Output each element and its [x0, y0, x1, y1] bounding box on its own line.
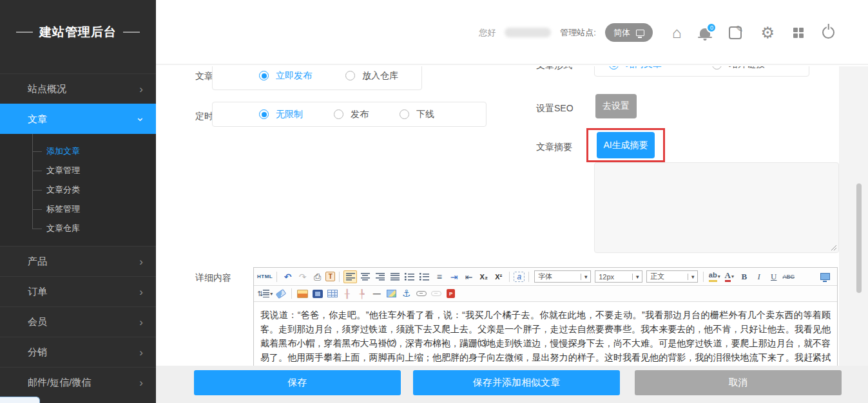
font-color-icon[interactable]: A▾ [722, 270, 736, 283]
sidebar-subitem-article-warehouse[interactable]: 文章仓库 [0, 219, 156, 238]
red-highlight-annotation: AI生成摘要 [586, 128, 665, 162]
radio-option-external-link[interactable]: 站外链接 [712, 66, 765, 70]
power-icon[interactable] [822, 26, 834, 39]
rich-text-editor: HTML ↶ ↷ ⎙ T ≡ ⇥ ⇤ X₂ X² a 字体 ▾ [253, 267, 838, 366]
fullscreen-icon[interactable] [820, 273, 830, 280]
save-and-add-similar-button[interactable]: 保存并添加相似文章 [413, 370, 620, 395]
column-break-icon[interactable]: ╄ [355, 287, 369, 300]
undo-icon[interactable]: ↶ [281, 270, 294, 283]
sidebar-item-products[interactable]: 产品 › [0, 246, 156, 276]
subscript-icon[interactable]: X₂ [477, 270, 490, 283]
sidebar-item-articles[interactable]: 文章 › [0, 104, 156, 134]
radio-option-publish[interactable]: 发布 [334, 109, 369, 120]
radio-selected-icon[interactable] [259, 109, 269, 119]
unlink-icon[interactable] [429, 287, 443, 300]
caret-down-icon: ▾ [718, 274, 720, 279]
sidebar-item-distribution[interactable]: 分销 › [0, 337, 156, 367]
bold-icon[interactable]: B [737, 270, 751, 283]
align-justify-icon[interactable] [388, 270, 401, 283]
apps-grid-icon[interactable] [793, 28, 804, 38]
radio-label[interactable]: 站内文章 [626, 66, 662, 70]
sidebar-item-site-overview[interactable]: 站点概况 › [0, 73, 156, 104]
horizontal-rule-icon[interactable]: — [370, 287, 383, 300]
paragraph-format-select[interactable]: 正文 ▾ [646, 270, 698, 283]
home-icon[interactable]: ⌂ [672, 25, 682, 41]
align-right-icon[interactable] [373, 270, 387, 283]
sidebar-subitem-tag-manage[interactable]: 标签管理 [0, 200, 156, 219]
sidebar-subitem-article-category[interactable]: 文章分类 [0, 180, 156, 200]
page-break-icon[interactable]: ╂ [340, 287, 354, 300]
radio-icon[interactable] [334, 109, 343, 119]
first-line-indent-icon[interactable]: ≡ [432, 270, 446, 283]
logo-dash-right [123, 32, 140, 33]
toolbar-separator [339, 272, 340, 282]
page-scrollbar-thumb[interactable] [856, 183, 862, 293]
superscript-icon[interactable]: X² [492, 270, 505, 283]
radio-option-no-limit[interactable]: 无限制 [259, 109, 303, 120]
radio-label[interactable]: 放入仓库 [362, 70, 398, 82]
radio-label[interactable]: 下线 [416, 109, 434, 120]
print-icon[interactable]: ⎙ [311, 270, 324, 283]
outdent-icon[interactable]: ⇤ [462, 270, 476, 283]
unordered-list-icon[interactable] [418, 270, 431, 283]
insert-table-icon[interactable] [325, 287, 339, 300]
save-button[interactable]: 保存 [194, 370, 401, 395]
align-center-icon[interactable] [358, 270, 372, 283]
line-height-icon[interactable]: ⇅▾ [257, 287, 273, 300]
sidebar-item-members[interactable]: 会员 › [0, 306, 156, 337]
radio-icon[interactable] [345, 71, 355, 80]
autotypeset-icon[interactable]: a [514, 272, 525, 282]
sidebar-item-label: 站点概况 [28, 83, 66, 95]
gear-icon[interactable]: ⚙ [760, 25, 775, 41]
sidebar-subitem-add-article[interactable]: 添加文章 [0, 142, 156, 161]
radio-label[interactable]: 无限制 [276, 109, 303, 120]
indent-icon[interactable]: ⇥ [447, 270, 461, 283]
redo-icon[interactable]: ↷ [296, 270, 309, 283]
ai-generate-summary-button[interactable]: AI生成摘要 [597, 132, 655, 158]
paste-text-icon[interactable]: T [325, 272, 335, 281]
radio-icon[interactable] [400, 109, 409, 119]
font-size-select[interactable]: 12px ▾ [595, 270, 642, 283]
radio-label[interactable]: 立即发布 [276, 70, 312, 82]
align-left-icon[interactable] [343, 270, 357, 283]
seo-setting-button[interactable]: 去设置 [595, 94, 637, 118]
radio-icon[interactable] [712, 66, 722, 70]
editor-content-area[interactable]: 我说道：“爸爸，你走吧。”他往车外看了看，说：“我买几个橘子去。你就在此地，不要… [254, 302, 837, 366]
import-word-pdf-icon[interactable]: P [444, 287, 458, 300]
align-center-glyph [361, 273, 370, 281]
sidebar-item-mail-sms-wechat[interactable]: 邮件/短信/微信 › [0, 367, 156, 397]
underline-icon[interactable]: U [767, 270, 780, 283]
radio-option-internal-article[interactable]: 站内文章 [609, 66, 662, 70]
radio-option-publish-now[interactable]: 立即发布 [259, 70, 312, 82]
insert-link-icon[interactable] [414, 287, 428, 300]
radio-label[interactable]: 发布 [351, 109, 369, 120]
radio-label[interactable]: 站外链接 [729, 66, 765, 70]
radio-selected-icon[interactable] [609, 66, 619, 70]
align-justify-glyph [391, 273, 400, 281]
language-preview-button[interactable]: 简体 [605, 23, 653, 42]
strikethrough-icon[interactable]: ABC [782, 270, 795, 283]
unlink-glyph [431, 291, 441, 296]
insert-video-icon[interactable] [311, 287, 324, 300]
source-code-icon[interactable]: HTML [257, 270, 273, 283]
notification-bell-icon[interactable]: 0 [700, 28, 710, 37]
highlight-color-icon[interactable]: ab▾ [708, 270, 721, 283]
edit-icon[interactable]: ✎ [729, 26, 742, 39]
textarea-resize-handle[interactable] [830, 244, 836, 250]
radio-option-to-warehouse[interactable]: 放入仓库 [345, 70, 398, 82]
radio-selected-icon[interactable] [259, 71, 269, 80]
chevron-right-icon: › [139, 377, 143, 388]
font-family-select[interactable]: 字体 ▾ [534, 270, 591, 283]
scrawl-icon[interactable] [385, 287, 398, 300]
sidebar-item-orders[interactable]: 订单 › [0, 276, 156, 306]
summary-textarea[interactable] [594, 162, 839, 253]
remove-format-icon[interactable] [274, 287, 287, 300]
cancel-button[interactable]: 取消 [635, 370, 842, 395]
anchor-icon[interactable]: ⚓ [400, 287, 413, 300]
sidebar-item-label: 订单 [28, 286, 47, 298]
ordered-list-icon[interactable] [403, 270, 416, 283]
italic-icon[interactable]: I [752, 270, 766, 283]
sidebar-subitem-article-manage[interactable]: 文章管理 [0, 161, 156, 180]
radio-option-offline[interactable]: 下线 [400, 109, 434, 120]
insert-image-icon[interactable] [296, 287, 309, 300]
